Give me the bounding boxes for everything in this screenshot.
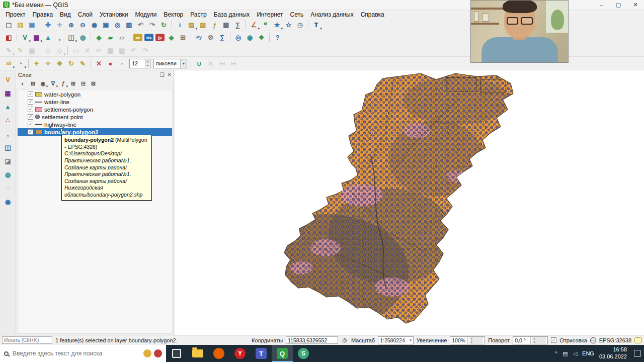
attribute-table-icon[interactable]: ▦ — [221, 20, 231, 30]
help-icon[interactable]: ? — [272, 32, 283, 43]
zoom-to-selection-icon[interactable]: ◎ — [112, 20, 123, 30]
menu-mesh[interactable]: Сеть — [287, 11, 307, 19]
add-group-icon[interactable]: ⊞ — [29, 79, 37, 88]
bing-highlight-2-icon[interactable] — [154, 349, 162, 357]
menu-layer[interactable]: Слой — [74, 11, 96, 19]
measure-icon[interactable]: ∠▾ — [249, 20, 259, 30]
open-layer-styling-icon[interactable]: ◐ — [19, 79, 27, 88]
layer-visibility-checkbox[interactable]: ✓ — [28, 114, 33, 120]
menu-help[interactable]: Справка — [357, 11, 388, 19]
add-vector-layer-icon[interactable]: V▾ — [20, 32, 30, 43]
usb-device-icon[interactable]: ▤ — [562, 350, 568, 357]
add-raster-layer-icon[interactable]: ▦ — [3, 88, 13, 99]
filter-by-expression-icon[interactable]: ƒ▾ — [59, 79, 67, 88]
taskbar-app-yandex-browser[interactable]: Y — [229, 345, 251, 362]
zoom-native-icon[interactable]: ◉ — [89, 20, 100, 30]
add-delimited-text-layer-icon[interactable]: , — [54, 32, 65, 43]
map-canvas[interactable] — [175, 70, 644, 335]
add-wms-layer-icon[interactable]: ◍ — [3, 169, 13, 180]
close-button[interactable]: ✕ — [627, 0, 644, 10]
taskbar-app-media-app[interactable]: S — [293, 345, 314, 362]
data-source-manager-icon[interactable]: ◧ — [4, 32, 14, 43]
action-center-icon[interactable] — [634, 350, 641, 357]
add-wms-layer-icon[interactable]: ◍ — [77, 32, 88, 43]
osm-tools-icon[interactable]: ◈ — [166, 32, 177, 43]
zoom-next-icon[interactable]: ↷ — [147, 20, 157, 30]
zoom-last-icon[interactable]: ↶ — [135, 20, 146, 30]
minimize-button[interactable]: – — [593, 0, 610, 10]
menu-plugins[interactable]: Модули — [131, 11, 160, 19]
show-bookmarks-icon[interactable]: ☆ — [283, 20, 294, 30]
render-checkbox[interactable]: ✓ — [551, 337, 556, 343]
new-bookmark-icon[interactable]: ★▾ — [272, 20, 282, 30]
layer-labeling-options-icon[interactable]: ab▾ — [4, 58, 14, 69]
map-tips-icon[interactable]: ❝ — [260, 20, 271, 30]
volume-icon[interactable]: ◁ — [573, 350, 577, 357]
new-virtual-layer-icon[interactable]: ▱ — [117, 32, 127, 43]
crs-globe-icon[interactable] — [590, 337, 596, 343]
zoom-in-icon[interactable]: ⊕ — [66, 20, 76, 30]
processing-toolbox-icon[interactable]: ⚙ — [205, 32, 216, 43]
temporal-controller-icon[interactable]: ◷ — [295, 20, 305, 30]
expand-all-icon[interactable]: ⊞ — [69, 79, 77, 88]
scale-combo[interactable]: 1:2580224▾ — [378, 336, 414, 344]
taskbar-app-qgis[interactable]: Q — [272, 345, 293, 362]
menu-web[interactable]: Интернет — [253, 11, 286, 19]
select-by-expression-icon[interactable]: ƒ — [209, 20, 220, 30]
language-indicator[interactable]: ENG — [582, 350, 594, 356]
layer-visibility-checkbox[interactable]: ✓ — [28, 129, 33, 135]
layer-visibility-checkbox[interactable]: ✓ — [28, 107, 33, 112]
add-postgis-layer-icon[interactable]: ◫ — [3, 142, 13, 153]
add-database-layer-icon[interactable]: ◫▾ — [66, 32, 76, 43]
pan-map-icon[interactable]: ✚ — [43, 20, 53, 30]
layer-item-water-line[interactable]: ✓water-line — [18, 98, 172, 106]
geoprocessing-plugin-icon[interactable]: ❖ — [256, 32, 267, 43]
move-label-icon[interactable]: ✥ — [54, 58, 65, 69]
rotate-label-icon[interactable]: ↻ — [66, 58, 76, 69]
add-mesh-layer-icon[interactable]: ▲ — [3, 102, 13, 112]
filter-legend-icon[interactable]: ∇▾ — [49, 79, 57, 88]
pin-labels-icon[interactable]: ✦ — [31, 58, 42, 69]
zoom-full-icon[interactable]: ▣ — [101, 20, 111, 30]
menu-processing[interactable]: Анализ данных — [307, 11, 357, 19]
python-console-icon[interactable]: Py — [194, 32, 204, 43]
menu-project[interactable]: Проект — [2, 11, 29, 19]
layer-diagram-options-icon[interactable]: ◔▾ — [15, 58, 26, 69]
add-wfs-layer-icon[interactable]: ◌ — [3, 183, 13, 194]
text-annotation-icon[interactable]: T▾ — [311, 20, 321, 30]
snapping-toggle-icon[interactable]: ∪ — [194, 58, 204, 69]
add-vector-layer-icon[interactable]: V — [3, 74, 13, 85]
refresh-map-icon[interactable]: ↻ — [158, 20, 169, 30]
add-delimited-text-layer-icon[interactable]: , — [3, 129, 13, 139]
plugin-chip-ae-icon[interactable]: ae — [133, 34, 142, 41]
taskbar-app-task-view[interactable] — [166, 345, 187, 362]
layer-item-settlement-polygon[interactable]: ✓settlement-polygon — [18, 106, 172, 113]
web-services-icon[interactable]: ◉ — [245, 32, 255, 43]
menu-raster[interactable]: Растр — [187, 11, 210, 19]
close-panel-icon[interactable]: ✕ — [168, 72, 172, 77]
locator-search-input[interactable] — [2, 336, 52, 344]
add-spatialite-layer-icon[interactable]: ◪ — [3, 156, 13, 166]
field-calculator-icon[interactable]: ∑ — [232, 20, 243, 30]
taskbar-app-firefox-browser[interactable] — [208, 345, 229, 362]
menu-database[interactable]: База данных — [210, 11, 253, 19]
zoom-to-layer-icon[interactable]: ▥ — [124, 20, 134, 30]
hidden-icons-chevron-icon[interactable]: ^ — [555, 350, 557, 357]
open-project-icon[interactable]: ▤ — [15, 20, 26, 30]
rotation-spin[interactable]: 0,0 °▴▾ — [513, 336, 548, 344]
pan-to-selection-icon[interactable]: ✛ — [54, 20, 65, 30]
label-font-size-units-combo[interactable]: пиксели▾ — [153, 59, 187, 68]
clock[interactable]: 16:58 03.06.2022 — [599, 346, 627, 360]
grid-tools-icon[interactable]: ⊞ — [178, 32, 188, 43]
layer-visibility-checkbox[interactable]: ✓ — [28, 99, 33, 105]
layer-item-highway-line[interactable]: ✓highway-line — [18, 121, 172, 128]
taskbar-search-input[interactable] — [13, 350, 139, 357]
layer-item-water-polygon[interactable]: ✓water-polygon — [18, 90, 172, 98]
plugin-chip-ws-icon[interactable]: ws — [144, 34, 153, 41]
metasearch-icon[interactable]: ◎ — [233, 32, 244, 43]
coordinates-input[interactable] — [286, 336, 338, 344]
sample-tool-icon[interactable]: ◦ — [117, 58, 127, 69]
identify-features-icon[interactable]: i — [175, 20, 185, 30]
layer-visibility-checkbox[interactable]: ✓ — [28, 122, 33, 127]
add-point-cloud-layer-icon[interactable]: ∴ — [3, 115, 13, 126]
